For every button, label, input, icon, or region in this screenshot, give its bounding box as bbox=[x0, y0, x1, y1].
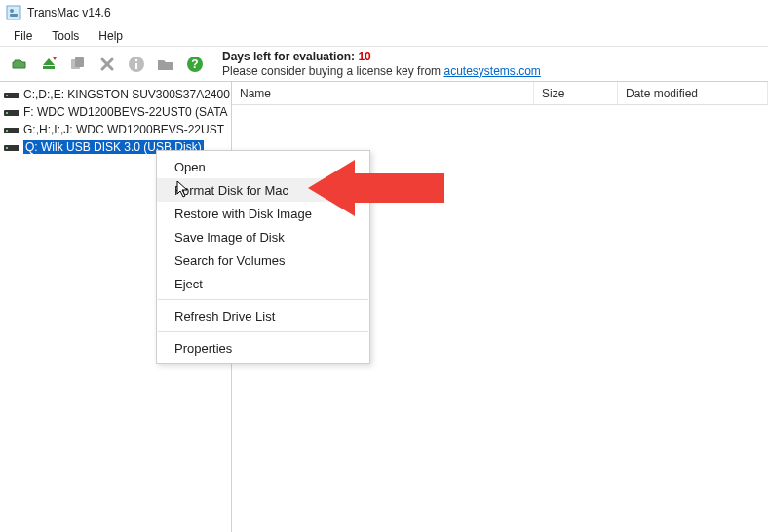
eval-days-left: 10 bbox=[358, 50, 370, 63]
hdd-icon bbox=[4, 107, 19, 117]
buy-link[interactable]: acutesystems.com bbox=[443, 64, 540, 78]
svg-point-8 bbox=[135, 58, 137, 60]
tree-item-drive[interactable]: C:,D:,E: KINGSTON SUV300S37A2400 bbox=[0, 86, 231, 103]
eval-prefix: Days left for evaluation: bbox=[222, 50, 358, 63]
cm-refresh[interactable]: Refresh Drive List bbox=[157, 304, 369, 327]
svg-rect-0 bbox=[7, 6, 20, 19]
content-area: C:,D:,E: KINGSTON SUV300S37A2400 F: WDC … bbox=[0, 82, 768, 532]
folder-button[interactable] bbox=[154, 53, 177, 76]
hdd-icon bbox=[4, 125, 19, 134]
cm-separator bbox=[158, 331, 368, 332]
tree-item-label: F: WDC WD1200BEVS-22UST0 (SATA bbox=[23, 105, 228, 119]
cm-eject[interactable]: Eject bbox=[157, 272, 369, 295]
title-bar: TransMac v14.6 bbox=[0, 0, 768, 25]
window-title: TransMac v14.6 bbox=[27, 6, 111, 19]
annotation-arrow-icon bbox=[308, 154, 444, 222]
toolbar: ? Days left for evaluation: 10 Please co… bbox=[0, 47, 768, 82]
cm-separator bbox=[158, 299, 368, 300]
hdd-icon bbox=[4, 142, 19, 152]
delete-button[interactable] bbox=[96, 53, 119, 76]
svg-point-14 bbox=[6, 112, 8, 114]
svg-point-18 bbox=[6, 147, 8, 149]
cm-save-image[interactable]: Save Image of Disk bbox=[157, 225, 369, 248]
tree-item-drive[interactable]: F: WDC WD1200BEVS-22UST0 (SATA bbox=[0, 103, 231, 121]
menu-file[interactable]: File bbox=[6, 27, 40, 45]
cursor-icon bbox=[176, 180, 190, 200]
svg-rect-7 bbox=[135, 63, 137, 69]
tree-item-label: C:,D:,E: KINGSTON SUV300S37A2400 bbox=[23, 88, 230, 101]
cm-format-label: Format Disk for Mac bbox=[174, 183, 288, 198]
svg-rect-3 bbox=[43, 66, 55, 69]
copy-button[interactable] bbox=[66, 53, 90, 76]
svg-text:?: ? bbox=[191, 57, 198, 71]
menu-tools[interactable]: Tools bbox=[44, 27, 87, 45]
eval-buy-prefix: Please consider buying a license key fro… bbox=[222, 64, 443, 78]
open-button[interactable] bbox=[8, 53, 31, 76]
column-header-date[interactable]: Date modified bbox=[618, 82, 768, 104]
help-button[interactable]: ? bbox=[183, 53, 207, 76]
svg-point-16 bbox=[6, 130, 8, 132]
svg-marker-19 bbox=[308, 160, 444, 216]
cm-properties[interactable]: Properties bbox=[157, 336, 369, 360]
tree-item-label: G:,H:,I:,J: WDC WD1200BEVS-22UST bbox=[23, 123, 224, 136]
hdd-icon bbox=[4, 90, 19, 99]
eject-button[interactable] bbox=[37, 53, 60, 76]
info-button[interactable] bbox=[125, 53, 148, 76]
column-header-name[interactable]: Name bbox=[232, 82, 534, 104]
svg-rect-5 bbox=[75, 57, 84, 67]
evaluation-notice: Days left for evaluation: 10 Please cons… bbox=[222, 50, 541, 79]
app-icon bbox=[6, 5, 21, 20]
svg-rect-1 bbox=[10, 14, 18, 17]
list-header: Name Size Date modified bbox=[232, 82, 768, 105]
column-header-size[interactable]: Size bbox=[534, 82, 618, 104]
svg-point-2 bbox=[10, 9, 14, 13]
tree-item-drive[interactable]: G:,H:,I:,J: WDC WD1200BEVS-22UST bbox=[0, 121, 231, 138]
cm-search-volumes[interactable]: Search for Volumes bbox=[157, 248, 369, 272]
svg-point-12 bbox=[6, 95, 8, 96]
menu-bar: File Tools Help bbox=[0, 25, 768, 47]
menu-help[interactable]: Help bbox=[91, 27, 131, 45]
